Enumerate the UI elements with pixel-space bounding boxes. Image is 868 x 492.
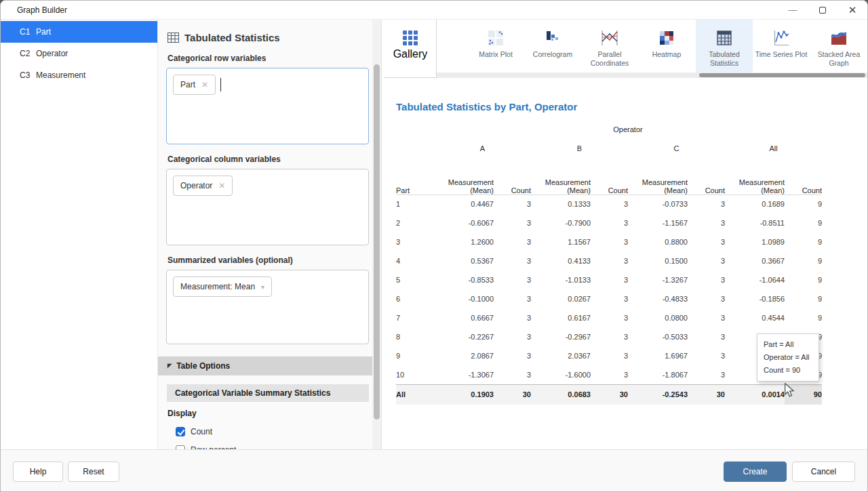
row-label-cell[interactable]: All [396,384,434,405]
value-cell[interactable]: 1.2600 [434,232,494,251]
value-cell[interactable]: 3 [494,194,531,213]
create-button[interactable]: Create [724,462,787,482]
count-checkbox[interactable] [176,427,185,436]
value-cell[interactable]: 2.0867 [434,346,494,365]
value-cell[interactable]: 3 [591,270,628,289]
value-cell[interactable]: -0.6067 [434,213,494,232]
checkbox-row-count[interactable]: Count [176,427,369,436]
value-cell[interactable]: 30 [688,384,725,405]
value-cell[interactable]: 3 [591,365,628,384]
value-cell[interactable]: 9 [785,308,822,327]
tab-time-series-plot[interactable]: Time Series Plot [753,20,810,73]
tab-parallel-coordinates[interactable]: Parallel Coordinates [581,20,638,73]
value-cell[interactable]: 9 [785,232,822,251]
value-cell[interactable]: 3 [591,213,628,232]
value-cell[interactable]: 9 [785,289,822,308]
value-cell[interactable]: -0.1856 [725,289,785,308]
value-cell[interactable]: 3 [494,289,531,308]
value-cell[interactable]: 3 [591,251,628,270]
value-cell[interactable]: -0.7900 [531,213,591,232]
value-cell[interactable]: -1.0644 [725,270,785,289]
value-cell[interactable]: 3 [591,327,628,346]
value-cell[interactable]: -0.4833 [628,289,688,308]
checkbox-row-row-percent[interactable]: Row percent [176,445,369,449]
maximize-button[interactable] [808,1,837,19]
value-cell[interactable]: -0.0733 [628,194,688,213]
variable-chip-measurement-mean[interactable]: Measurement: Mean ▾ [173,276,272,297]
value-cell[interactable]: 3 [688,251,725,270]
chevron-down-icon[interactable]: ▾ [261,283,264,291]
value-cell[interactable]: -0.2967 [531,327,591,346]
value-cell[interactable]: 3 [591,308,628,327]
help-button[interactable]: Help [13,462,63,482]
value-cell[interactable]: -0.5033 [628,327,688,346]
value-cell[interactable]: 0.4133 [531,251,591,270]
column-variables-input[interactable]: Operator ✕ [166,169,369,245]
value-cell[interactable]: 3 [688,194,725,213]
row-label-cell[interactable]: 3 [396,232,434,251]
value-cell[interactable]: 0.8800 [628,232,688,251]
value-cell[interactable]: 3 [494,213,531,232]
sidebar-item-measurement[interactable]: C3 Measurement [1,64,157,86]
table-options-header[interactable]: ◤ Table Options [158,356,381,375]
value-cell[interactable]: 3 [688,365,725,384]
value-cell[interactable]: 9 [785,251,822,270]
sidebar-item-operator[interactable]: C2 Operator [1,43,157,64]
remove-chip-icon[interactable]: ✕ [201,80,208,89]
tab-correlogram[interactable]: Correlogram [524,20,581,73]
value-cell[interactable]: 0.3667 [725,251,785,270]
value-cell[interactable]: 1.1567 [531,232,591,251]
summarized-variables-input[interactable]: Measurement: Mean ▾ [166,270,369,344]
value-cell[interactable]: 0.0683 [531,384,591,405]
value-cell[interactable]: 9 [785,194,822,213]
value-cell[interactable]: 3 [688,308,725,327]
variable-chip-part[interactable]: Part ✕ [173,75,216,95]
close-button[interactable]: ✕ [837,1,867,19]
value-cell[interactable]: 3 [494,308,531,327]
row-label-cell[interactable]: 1 [396,194,434,213]
value-cell[interactable]: -1.6000 [531,365,591,384]
value-cell[interactable]: -1.3267 [628,270,688,289]
row-label-cell[interactable]: 9 [396,346,434,365]
value-cell[interactable]: 1.0989 [725,232,785,251]
gallery-scrollbar-thumb[interactable] [699,73,865,77]
tab-matrix-plot[interactable]: Matrix Plot [467,20,524,73]
value-cell[interactable]: 0.0014 [725,384,785,405]
value-cell[interactable]: 3 [688,346,725,365]
value-cell[interactable]: 3 [494,270,531,289]
row-label-cell[interactable]: 6 [396,289,434,308]
value-cell[interactable]: 3 [494,346,531,365]
value-cell[interactable]: -1.1567 [628,213,688,232]
tab-stacked-area-graph[interactable]: Stacked Area Graph [810,20,867,73]
value-cell[interactable]: 3 [591,232,628,251]
value-cell[interactable]: 0.0267 [531,289,591,308]
value-cell[interactable]: 0.6667 [434,308,494,327]
value-cell[interactable]: 3 [688,270,725,289]
value-cell[interactable]: -1.8067 [628,365,688,384]
value-cell[interactable]: 3 [688,232,725,251]
panel-scrollbar[interactable] [372,20,381,449]
panel-scrollbar-thumb[interactable] [374,64,380,419]
row-label-cell[interactable]: 8 [396,327,434,346]
gallery-scrollbar[interactable] [437,73,867,78]
value-cell[interactable]: 3 [591,194,628,213]
tab-gallery[interactable]: Gallery [384,20,437,78]
minimize-button[interactable]: — [778,1,808,19]
value-cell[interactable]: -0.8511 [725,213,785,232]
value-cell[interactable]: 0.1333 [531,194,591,213]
tab-heatmap[interactable]: Heatmap [638,20,695,73]
value-cell[interactable]: 0.1500 [628,251,688,270]
value-cell[interactable]: 3 [494,365,531,384]
value-cell[interactable]: 9 [785,270,822,289]
reset-button[interactable]: Reset [68,462,119,482]
value-cell[interactable]: 0.4467 [434,194,494,213]
value-cell[interactable]: 0.1903 [434,384,494,405]
value-cell[interactable]: 2.0367 [531,346,591,365]
value-cell[interactable]: 3 [688,327,725,346]
value-cell[interactable]: 3 [494,251,531,270]
value-cell[interactable]: 3 [494,327,531,346]
value-cell[interactable]: -0.2267 [434,327,494,346]
row-label-cell[interactable]: 2 [396,213,434,232]
value-cell[interactable]: 30 [494,384,531,405]
value-cell[interactable]: 30 [591,384,628,405]
